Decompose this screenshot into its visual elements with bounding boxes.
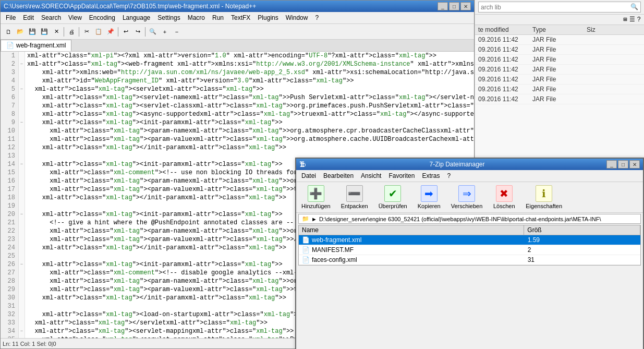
zip-file-row[interactable]: 📄 MANIFEST.MF 2: [299, 245, 640, 255]
zip-props-icon: ℹ: [536, 185, 552, 202]
fold-marker: −: [19, 60, 25, 68]
menu-file[interactable]: File: [3, 13, 19, 22]
zip-title: 7-Zip Dateimanager: [429, 161, 484, 168]
title-bar-buttons: _ □ ✕: [438, 2, 471, 10]
zip-file-row[interactable]: 📄 faces-config.xml 31: [299, 255, 640, 265]
zip-add-button[interactable]: ➕ Hinzufügen: [298, 184, 334, 210]
zip-copy-button[interactable]: ➡ Kopieren: [415, 184, 444, 210]
right-table-row[interactable]: 09.2016 11:42 JAR File: [475, 94, 644, 104]
menu-settings[interactable]: Settings: [154, 13, 183, 22]
cut-button[interactable]: ✂: [81, 26, 92, 38]
zip-minimize-button[interactable]: _: [606, 160, 617, 169]
right-table-row[interactable]: 09.2016 11:42 JAR File: [475, 75, 644, 85]
zip-extract-button[interactable]: ➖ Entpacken: [338, 184, 371, 210]
code-line: xml-attr">class="xml-tag"><servletxml-at…: [27, 85, 472, 93]
help-icon[interactable]: ?: [637, 16, 641, 23]
new-file-button[interactable]: 🗋: [3, 26, 14, 38]
menu-edit[interactable]: Edit: [20, 13, 37, 22]
paste-button[interactable]: 📌: [105, 26, 116, 38]
menu-help[interactable]: ?: [312, 13, 322, 22]
minimize-button[interactable]: _: [438, 2, 448, 10]
zip-delete-button[interactable]: ✖ Löschen: [490, 184, 518, 210]
line-number: 16: [4, 177, 15, 185]
zip-path-separator: ►: [311, 216, 317, 222]
redo-button[interactable]: ↪: [132, 26, 143, 38]
zip-maximize-button[interactable]: □: [618, 160, 628, 169]
line-number: 13: [4, 152, 15, 160]
zip-menu-help[interactable]: ?: [444, 171, 454, 180]
right-panel-search-toolbar: 🔍: [475, 0, 644, 15]
zip-copy-label: Kopieren: [418, 203, 441, 209]
zip-path-bar: 📁 ► D:\designer_server\engine 6300_52421…: [298, 214, 641, 224]
menu-view[interactable]: View: [65, 13, 85, 22]
fold-marker: −: [19, 85, 25, 93]
menu-textfx[interactable]: TextFX: [228, 13, 253, 22]
zip-file-rows: 📄 web-fragment.xml 1.59 📄 MANIFEST.MF 2 …: [299, 235, 640, 265]
line-number: 20: [4, 210, 15, 219]
menu-window[interactable]: Window: [283, 13, 311, 22]
right-table-row[interactable]: 09.2016 11:42 JAR File: [475, 65, 644, 75]
line-number: 34: [4, 327, 15, 335]
save-file-button[interactable]: 💾: [27, 26, 38, 38]
fold-marker: [19, 152, 25, 160]
right-cell-size: [587, 86, 641, 93]
menu-search[interactable]: Search: [38, 13, 64, 22]
fold-marker: [19, 143, 25, 152]
right-table-row[interactable]: 09.2016 11:42 JAR File: [475, 45, 644, 55]
zip-add-icon: ➕: [308, 185, 324, 202]
zip-title-bar: 🗜 7-Zip Dateimanager _ □ ✕: [296, 159, 643, 170]
right-table-row[interactable]: 09.2016 11:42 JAR File: [475, 55, 644, 65]
save-all-button[interactable]: 💾: [39, 26, 50, 38]
right-cell-type: JAR File: [532, 56, 587, 63]
menu-plugins[interactable]: Plugins: [254, 13, 281, 22]
maximize-button[interactable]: □: [449, 2, 459, 10]
right-search-box[interactable]: 🔍: [478, 2, 641, 13]
copy-button[interactable]: 📋: [93, 26, 104, 38]
zoom-in-button[interactable]: +: [159, 26, 171, 38]
open-file-button[interactable]: 📂: [15, 26, 26, 38]
zip-props-button[interactable]: ℹ Eigenschaften: [523, 184, 565, 210]
zip-move-button[interactable]: ⇒ Verschieben: [448, 184, 486, 210]
undo-button[interactable]: ↩: [120, 26, 131, 38]
line-number: 14: [4, 160, 15, 169]
zip-delete-icon: ✖: [496, 185, 513, 202]
menu-encoding[interactable]: Encoding: [86, 13, 118, 22]
line-number: 7: [4, 102, 15, 110]
menu-macro[interactable]: Macro: [185, 13, 208, 22]
zip-close-button[interactable]: ✕: [629, 160, 640, 169]
right-table-row[interactable]: 09.2016 11:42 JAR File: [475, 35, 644, 45]
zip-menu-ansicht[interactable]: Ansicht: [358, 171, 384, 180]
right-table-row[interactable]: 09.2016 11:42 JAR File: [475, 85, 644, 94]
fold-marker: [19, 93, 25, 102]
notepad-title: C:\Users\rew.SORECO\AppData\Local\Temp\7…: [4, 3, 256, 10]
view-toggle-icon[interactable]: ⊞: [624, 16, 627, 23]
zip-file-list: Name Größ 📄 web-fragment.xml 1.59 📄 MANI…: [298, 225, 641, 266]
close-file-button[interactable]: ✕: [51, 26, 62, 38]
close-button[interactable]: ✕: [460, 2, 471, 10]
right-cell-type: JAR File: [532, 66, 587, 73]
zip-menu-datei[interactable]: Datei: [298, 171, 319, 180]
view-list-icon[interactable]: ☰: [629, 16, 635, 23]
code-line: xml-attr">class="xml-pi"><?xml xml-attr"…: [27, 52, 472, 60]
file-name: MANIFEST.MF: [312, 246, 354, 254]
file-tab[interactable]: 📄 web-fragment.xml: [1, 40, 71, 51]
right-cell-date: 09.2016 11:42: [478, 36, 532, 43]
print-button[interactable]: 🖨: [66, 26, 77, 38]
zip-menu-bearbeiten[interactable]: Bearbeiten: [320, 171, 357, 180]
line-number: 4: [4, 77, 15, 85]
zip-file-row[interactable]: 📄 web-fragment.xml 1.59: [299, 235, 640, 245]
line-number: 9: [4, 118, 15, 127]
menu-run[interactable]: Run: [209, 13, 227, 22]
right-search-input[interactable]: [481, 4, 630, 11]
line-number: 22: [4, 227, 15, 235]
zip-menu-extras[interactable]: Extras: [419, 171, 443, 180]
zip-cell-size: 2: [525, 246, 640, 254]
zoom-out-button[interactable]: −: [171, 26, 183, 38]
zip-menu-favoriten[interactable]: Favoriten: [385, 171, 418, 180]
code-line: xml-attr">xmlns:web="http://java.sun.com…: [27, 68, 472, 77]
zip-test-button[interactable]: ✔ Überprüfen: [375, 184, 410, 210]
tab-icon: 📄: [6, 42, 14, 49]
fold-marker: [19, 110, 25, 118]
find-button[interactable]: 🔍: [147, 26, 159, 38]
menu-language[interactable]: Language: [119, 13, 153, 22]
